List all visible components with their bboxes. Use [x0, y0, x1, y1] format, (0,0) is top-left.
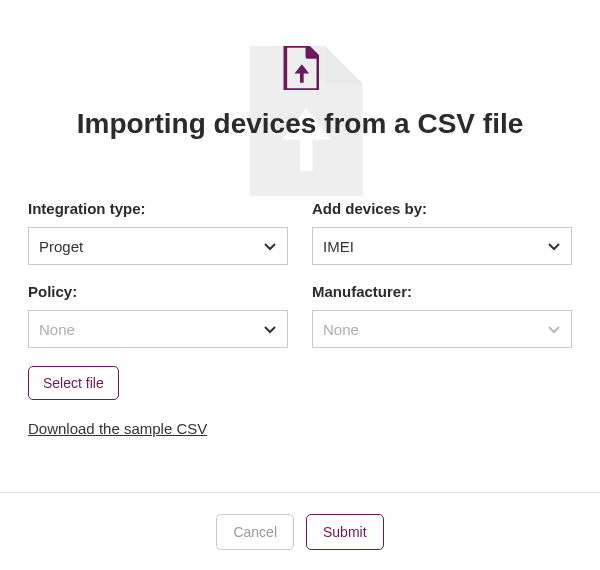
field-policy: Policy: None [28, 283, 288, 348]
below-form: Select file Download the sample CSV [28, 366, 572, 438]
select-policy[interactable]: None [28, 310, 288, 348]
select-value-manufacturer: None [323, 321, 359, 338]
field-manufacturer: Manufacturer: None [312, 283, 572, 348]
label-integration-type: Integration type: [28, 200, 288, 217]
select-integration-type[interactable]: Proget [28, 227, 288, 265]
field-add-devices-by: Add devices by: IMEI [312, 200, 572, 265]
select-add-devices-by[interactable]: IMEI [312, 227, 572, 265]
select-value-policy: None [39, 321, 75, 338]
select-value-add-devices-by: IMEI [323, 238, 354, 255]
dialog-header: Importing devices from a CSV file [28, 28, 572, 176]
label-policy: Policy: [28, 283, 288, 300]
download-sample-link[interactable]: Download the sample CSV [28, 420, 207, 437]
label-add-devices-by: Add devices by: [312, 200, 572, 217]
chevron-down-icon [261, 237, 279, 255]
field-integration-type: Integration type: Proget [28, 200, 288, 265]
chevron-down-icon [261, 320, 279, 338]
label-manufacturer: Manufacturer: [312, 283, 572, 300]
file-upload-icon [281, 46, 319, 94]
dialog-footer: Cancel Submit [0, 492, 600, 570]
chevron-down-icon [545, 320, 563, 338]
select-file-button[interactable]: Select file [28, 366, 119, 400]
dialog-body: Importing devices from a CSV file Integr… [0, 0, 600, 438]
form-grid: Integration type: Proget Add devices by:… [28, 200, 572, 348]
page-title: Importing devices from a CSV file [28, 108, 572, 140]
chevron-down-icon [545, 237, 563, 255]
submit-button[interactable]: Submit [306, 514, 384, 550]
cancel-button[interactable]: Cancel [216, 514, 294, 550]
select-manufacturer: None [312, 310, 572, 348]
select-value-integration-type: Proget [39, 238, 83, 255]
